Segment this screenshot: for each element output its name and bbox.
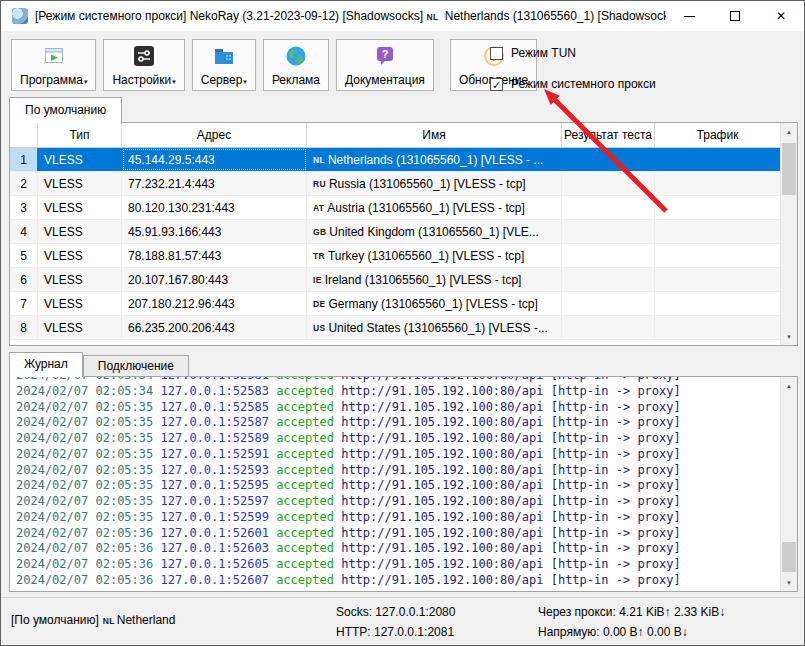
scroll-down-icon[interactable]: ▼ xyxy=(781,328,797,345)
documentation-button[interactable]: ? Документация xyxy=(336,39,434,91)
cell-traffic xyxy=(655,148,780,171)
row-number: 5 xyxy=(20,249,27,263)
log-line: 2024/02/07 02:05:36 127.0.0.1:52605 acce… xyxy=(16,557,681,573)
tab-default-group[interactable]: По умолчанию xyxy=(9,97,122,123)
log-url: http://91.105.192.100:80/api xyxy=(341,384,543,398)
log-line: 2024/02/07 02:05:35 127.0.0.1:52597 acce… xyxy=(16,494,681,510)
log-source-address: 127.0.0.1:52587 xyxy=(161,415,269,429)
cell-type: VLESS xyxy=(38,316,122,339)
log-url: http://91.105.192.100:80/api xyxy=(341,573,543,587)
statusbar: [По умолчанию]NLNetherland Socks: 127.0.… xyxy=(1,597,804,645)
log-route: [http-in -> proxy] xyxy=(551,384,681,398)
listen-addresses: Socks: 127.0.0.1:2080 HTTP: 127.0.0.1:20… xyxy=(336,602,455,642)
tun-mode-checkbox[interactable]: Режим TUN xyxy=(490,45,656,61)
flag-code: IE xyxy=(313,275,322,285)
window-title: [Режим системного прокси] NekoRay (3.21-… xyxy=(35,9,666,23)
log-url: http://91.105.192.100:80/api xyxy=(341,400,543,414)
cell-address: 77.232.21.4:443 xyxy=(122,172,307,195)
table-body: 1 VLESS 45.144.29.5:443 NLNetherlands (1… xyxy=(10,148,780,340)
header-type[interactable]: Тип xyxy=(38,123,122,147)
table-row[interactable]: 8 VLESS 66.235.200.206:443 USUnited Stat… xyxy=(10,316,780,340)
header-traffic[interactable]: Трафик xyxy=(655,123,780,147)
table-row[interactable]: 7 VLESS 207.180.212.96:443 DEGermany (13… xyxy=(10,292,780,316)
header-name[interactable]: Имя xyxy=(307,123,562,147)
server-name: United Kingdom (131065560_1) [VLE... xyxy=(329,225,538,239)
log-lines: 2024/02/07 02:05:34 127.0.0.1:52581 acce… xyxy=(16,377,681,589)
log-route: [http-in -> proxy] xyxy=(551,494,681,508)
row-number: 3 xyxy=(20,201,27,215)
log-route: [http-in -> proxy] xyxy=(551,557,681,571)
log-route: [http-in -> proxy] xyxy=(551,526,681,540)
scroll-up-icon[interactable]: ▲ xyxy=(781,377,797,394)
server-menu-button[interactable]: Сервер▾ xyxy=(192,39,256,91)
log-status: accepted xyxy=(276,557,334,571)
scroll-down-icon[interactable]: ▼ xyxy=(781,574,797,591)
log-line: 2024/02/07 02:05:35 127.0.0.1:52591 acce… xyxy=(16,447,681,463)
log-viewport: 2024/02/07 02:05:34 127.0.0.1:52581 acce… xyxy=(10,377,780,591)
minimize-icon xyxy=(684,16,695,17)
checkbox-icon xyxy=(490,47,503,60)
mode-checkboxes: Режим TUN ✓ Режим системного прокси xyxy=(490,45,656,107)
log-datetime: 2024/02/07 02:05:35 xyxy=(16,415,153,429)
tab-connection[interactable]: Подключение xyxy=(83,355,189,377)
log-status: accepted xyxy=(276,494,334,508)
cell-name: DEGermany (131065560_1) [VLESS - tcp] xyxy=(307,292,562,315)
globe-icon xyxy=(284,44,308,68)
log-url: http://91.105.192.100:80/api xyxy=(341,377,543,382)
cell-name: USUnited States (131065560_1) [VLESS -..… xyxy=(307,316,562,339)
header-address[interactable]: Адрес xyxy=(122,123,307,147)
server-name: United States (131065560_1) [VLESS -... xyxy=(328,321,547,335)
ads-button[interactable]: Реклама xyxy=(263,39,329,91)
scroll-up-icon[interactable]: ▲ xyxy=(781,123,797,140)
table-row[interactable]: 1 VLESS 45.144.29.5:443 NLNetherlands (1… xyxy=(10,148,780,172)
log-status: accepted xyxy=(276,573,334,587)
tab-journal[interactable]: Журнал xyxy=(9,352,83,377)
cell-address: 80.120.130.231:443 xyxy=(122,196,307,219)
row-number: 8 xyxy=(20,321,27,335)
log-datetime: 2024/02/07 02:05:36 xyxy=(16,557,153,571)
nekoray-window: [Режим системного прокси] NekoRay (3.21-… xyxy=(0,0,805,646)
profile-group: [По умолчанию] xyxy=(11,613,99,627)
log-route: [http-in -> proxy] xyxy=(551,431,681,445)
log-scrollbar-thumb[interactable] xyxy=(782,542,796,572)
program-menu-button[interactable]: Программа▾ xyxy=(11,39,96,91)
flag-code: GB xyxy=(313,227,326,237)
log-url: http://91.105.192.100:80/api xyxy=(341,415,543,429)
proxy-traffic: Через прокси: 4.21 KiB↑ 2.33 KiB↓ xyxy=(538,602,725,622)
maximize-button[interactable] xyxy=(712,1,758,31)
table-row[interactable]: 4 VLESS 45.91.93.166:443 GBUnited Kingdo… xyxy=(10,220,780,244)
log-route: [http-in -> proxy] xyxy=(551,415,681,429)
table-row[interactable]: 6 VLESS 20.107.167.80:443 IEIreland (131… xyxy=(10,268,780,292)
settings-sliders-icon xyxy=(132,44,156,68)
app-icon xyxy=(12,8,28,24)
table-row[interactable]: 3 VLESS 80.120.130.231:443 ATAustria (13… xyxy=(10,196,780,220)
header-test-result[interactable]: Результат теста xyxy=(562,123,655,147)
log-line: 2024/02/07 02:05:35 127.0.0.1:52589 acce… xyxy=(16,431,681,447)
close-button[interactable]: ✕ xyxy=(758,1,804,31)
cell-type: VLESS xyxy=(38,172,122,195)
cell-test-result xyxy=(562,292,655,315)
log-datetime: 2024/02/07 02:05:35 xyxy=(16,447,153,461)
table-row[interactable]: 5 VLESS 78.188.81.57:443 TRTurkey (13106… xyxy=(10,244,780,268)
minimize-button[interactable] xyxy=(666,1,712,31)
log-status: accepted xyxy=(276,384,334,398)
cell-address: 45.91.93.166:443 xyxy=(122,220,307,243)
close-icon: ✕ xyxy=(776,9,786,23)
table-scrollbar[interactable]: ▲ ▼ xyxy=(780,123,797,345)
direct-traffic: Напрямую: 0.00 B↑ 0.00 B↓ xyxy=(538,622,725,642)
http-address: HTTP: 127.0.0.1:2081 xyxy=(336,622,455,642)
flag-code: RU xyxy=(313,179,326,189)
window-controls: ✕ xyxy=(666,1,804,31)
cell-traffic xyxy=(655,292,780,315)
table-scrollbar-thumb[interactable] xyxy=(782,143,796,195)
log-scrollbar[interactable]: ▲ ▼ xyxy=(780,377,797,591)
server-name: Germany (131065560_1) [VLESS - tcp] xyxy=(328,297,537,311)
cell-address: 78.188.81.57:443 xyxy=(122,244,307,267)
log-url: http://91.105.192.100:80/api xyxy=(341,526,543,540)
cell-address: 45.144.29.5:443 xyxy=(122,148,307,171)
header-rownum xyxy=(10,123,38,147)
settings-menu-button[interactable]: Настройки▾ xyxy=(103,39,184,91)
system-proxy-checkbox[interactable]: ✓ Режим системного прокси xyxy=(490,76,656,92)
log-url: http://91.105.192.100:80/api xyxy=(341,431,543,445)
table-row[interactable]: 2 VLESS 77.232.21.4:443 RURussia (131065… xyxy=(10,172,780,196)
